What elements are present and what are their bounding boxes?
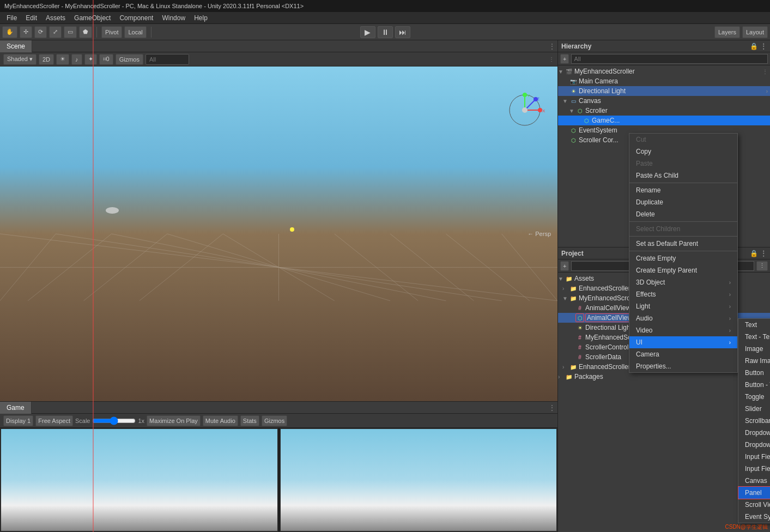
toolbar-transform-button[interactable]: ⬟ xyxy=(79,26,92,38)
scale-slider[interactable] xyxy=(92,416,136,425)
ctx-create-empty-parent[interactable]: Create Empty Parent xyxy=(629,264,737,276)
ui-sub-event-system[interactable]: Event System xyxy=(738,511,770,523)
ctx-copy[interactable]: Copy xyxy=(629,146,737,158)
hier-item-3[interactable]: ▼ ▭ Canvas xyxy=(558,96,770,106)
scene-options[interactable]: ⋮ xyxy=(549,56,554,62)
toolbar-move-button[interactable]: ✢ xyxy=(20,26,32,38)
hierarchy-search-input[interactable] xyxy=(571,54,768,64)
proj-icon-my-script: # xyxy=(575,333,584,342)
hierarchy-more[interactable]: ⋮ xyxy=(760,43,767,50)
toolbar-rect-button[interactable]: ▭ xyxy=(64,26,77,38)
ctx-delete[interactable]: Delete xyxy=(629,208,737,220)
ui-sub-button[interactable]: Button xyxy=(738,367,770,379)
ui-sub-toggle[interactable]: Toggle xyxy=(738,391,770,403)
ui-sub-text[interactable]: Text xyxy=(738,319,770,331)
ui-sub-scroll-view[interactable]: Scroll View xyxy=(738,499,770,511)
local-button[interactable]: Local xyxy=(124,26,146,38)
hier-label-6: EventSystem xyxy=(579,126,617,134)
ui-sub-input-field[interactable]: Input Field xyxy=(738,451,770,463)
menu-component[interactable]: Component xyxy=(115,13,157,23)
ui-sub-dropdown-tmp[interactable]: Dropdown - TextMeshPro xyxy=(738,439,770,451)
shading-dropdown[interactable]: Shaded ▾ xyxy=(3,54,37,65)
game-tab-more[interactable]: ⋮ xyxy=(549,404,555,412)
pause-button[interactable]: ⏸ xyxy=(378,26,393,38)
step-button[interactable]: ⏭ xyxy=(395,26,410,38)
ctx-camera[interactable]: Camera xyxy=(629,348,737,360)
ctx-create-empty[interactable]: Create Empty xyxy=(629,252,737,264)
project-title: Project xyxy=(561,250,584,257)
toolbar-scale-button[interactable]: ⤢ xyxy=(49,26,62,38)
ui-sub-input-field-tmp[interactable]: Input Field - TextMeshPro xyxy=(738,463,770,475)
hierarchy-add-button[interactable]: + xyxy=(560,54,569,64)
context-menu: Cut Copy Paste Paste As Child Rename Dup… xyxy=(629,133,738,373)
menu-gameobject[interactable]: GameObject xyxy=(70,13,115,23)
hier-item-0[interactable]: ▼ 🎬 MyEnhancedScroller ⋮ xyxy=(558,66,770,76)
2d-button[interactable]: 2D xyxy=(39,54,54,65)
pivot-button[interactable]: Pivot xyxy=(101,26,122,38)
proj-arrow-my: ▼ xyxy=(562,295,569,301)
ui-sub-raw-image[interactable]: Raw Image xyxy=(738,355,770,367)
project-options-button[interactable]: ⋮ xyxy=(756,261,768,271)
hier-item-4[interactable]: ▼ ⬡ Scroller xyxy=(558,106,770,116)
ctx-properties[interactable]: Properties... xyxy=(629,360,737,372)
ctx-effects[interactable]: Effects› xyxy=(629,288,737,300)
scene-search-input[interactable] xyxy=(145,54,189,65)
ui-sub-image[interactable]: Image xyxy=(738,343,770,355)
project-more[interactable]: ⋮ xyxy=(760,250,767,257)
ui-sub-panel[interactable]: Panel xyxy=(738,486,770,499)
stats-btn[interactable]: Stats xyxy=(240,415,259,426)
hier-label-0: MyEnhancedScroller xyxy=(574,68,635,75)
ui-sub-button-tmp[interactable]: Button - TextMeshPro xyxy=(738,379,770,391)
aspect-dropdown[interactable]: Free Aspect xyxy=(35,415,73,426)
ctx-ui[interactable]: UI› xyxy=(629,336,737,348)
project-add-button[interactable]: + xyxy=(560,261,569,271)
toolbar-rotate-button[interactable]: ⟳ xyxy=(34,26,47,38)
hier-item-5[interactable]: ⬡ GameC... xyxy=(558,116,770,125)
fx-button[interactable]: ✦ xyxy=(84,54,97,65)
mute-audio-btn[interactable]: Mute Audio xyxy=(203,415,238,426)
project-lock[interactable]: 🔒 xyxy=(750,250,758,257)
audio-button[interactable]: ♪ xyxy=(71,54,82,65)
layout-button[interactable]: Layout xyxy=(742,26,768,38)
menu-window[interactable]: Window xyxy=(157,13,190,23)
toolbar-hand-button[interactable]: ✋ xyxy=(2,26,17,38)
hierarchy-lock[interactable]: 🔒 xyxy=(750,43,758,50)
ctx-light[interactable]: Light› xyxy=(629,300,737,312)
toolbar: ✋ ✢ ⟳ ⤢ ▭ ⬟ Pivot Local ▶ ⏸ ⏭ Layers Lay… xyxy=(0,24,770,40)
menu-help[interactable]: Help xyxy=(190,13,212,23)
ctx-audio[interactable]: Audio› xyxy=(629,312,737,324)
hier-item-1[interactable]: 📷 Main Camera xyxy=(558,76,770,86)
gizmo-widget: X Y Z xyxy=(503,88,547,132)
ctx-sep4 xyxy=(629,251,737,251)
ui-sub-text-tmp[interactable]: Text - TextMeshPro xyxy=(738,331,770,343)
menu-edit[interactable]: Edit xyxy=(21,13,41,23)
scene-tab[interactable]: Scene xyxy=(0,40,32,52)
ctx-3d-object[interactable]: 3D Object› xyxy=(629,276,737,288)
game-tab[interactable]: Game xyxy=(0,402,32,414)
lighting-button[interactable]: ☀ xyxy=(56,54,69,65)
ui-sub-slider[interactable]: Slider xyxy=(738,403,770,415)
hier-item-2[interactable]: ☀ Directional Light › xyxy=(558,86,770,96)
ctx-paste-child[interactable]: Paste As Child xyxy=(629,170,737,182)
ctx-rename[interactable]: Rename xyxy=(629,184,737,196)
ui-sub-scrollbar[interactable]: Scrollbar xyxy=(738,415,770,427)
play-button[interactable]: ▶ xyxy=(360,26,375,38)
menu-assets[interactable]: Assets xyxy=(41,13,70,23)
game-gizmos-btn[interactable]: Gizmos xyxy=(262,415,287,426)
gizmos-button[interactable]: Gizmos xyxy=(116,54,143,65)
ctx-default-parent[interactable]: Set as Default Parent xyxy=(629,238,737,250)
ctx-video[interactable]: Video› xyxy=(629,324,737,336)
scene-search-button[interactable]: ⌗0 xyxy=(99,54,113,65)
menu-file[interactable]: File xyxy=(2,13,21,23)
proj-icon-packages: 📁 xyxy=(565,372,573,381)
toolbar-sep1 xyxy=(96,27,97,38)
hier-more-0[interactable]: ⋮ xyxy=(762,69,768,75)
maximize-on-play-btn[interactable]: Maximize On Play xyxy=(147,415,201,426)
svg-text:Z: Z xyxy=(537,96,539,101)
layers-button[interactable]: Layers xyxy=(714,26,740,38)
scene-tab-more[interactable]: ⋮ xyxy=(549,43,555,50)
ctx-duplicate[interactable]: Duplicate xyxy=(629,196,737,208)
ui-sub-canvas[interactable]: Canvas xyxy=(738,475,770,487)
display-dropdown[interactable]: Display 1 xyxy=(3,415,33,426)
ui-sub-dropdown[interactable]: Dropdown xyxy=(738,427,770,439)
